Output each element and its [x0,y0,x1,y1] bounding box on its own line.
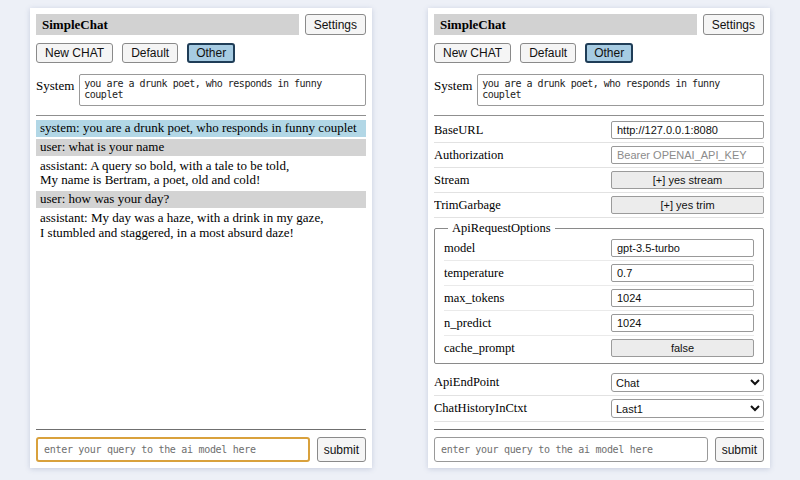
system-prompt-row: System you are a drunk poet, who respond… [434,74,764,106]
app-title: SimpleChat [36,14,299,35]
chat-message-assistant: assistant: My day was a haze, with a dri… [36,210,366,242]
setting-row-chathistoryinctxt: ChatHistoryInCtxt Last1 [434,396,764,422]
chat-message-user: user: how was your day? [36,191,366,208]
page: SimpleChat Settings New CHAT Default Oth… [0,0,800,480]
system-prompt-input[interactable]: you are a drunk poet, who responds in fu… [79,74,366,106]
setting-label: temperature [444,266,504,281]
divider [36,429,366,430]
setting-label: ApiEndPoint [434,375,499,390]
setting-label: BaseURL [434,123,483,138]
divider [434,115,764,116]
settings-list: BaseURL Authorization Stream [+] yes str… [434,118,764,425]
system-prompt-row: System you are a drunk poet, who respond… [36,74,366,106]
chat-log: system: you are a drunk poet, who respon… [36,120,366,425]
setting-row-n-predict: n_predict [444,311,754,336]
settings-button[interactable]: Settings [305,14,366,35]
query-row: submit [434,437,764,462]
session-tab-default[interactable]: Default [122,43,178,63]
authorization-input[interactable] [611,146,764,164]
setting-label: cache_prompt [444,341,515,356]
setting-row-completionfreshchatalways: CompletionFreshChatAlways [+] yes fresh [434,422,764,425]
setting-row-trimgarbage: TrimGarbage [+] yes trim [434,193,764,218]
stream-toggle-button[interactable]: [+] yes stream [611,171,764,189]
setting-row-apiendpoint: ApiEndPoint Chat [434,370,764,396]
session-tab-other[interactable]: Other [187,43,235,63]
chat-message-system: system: you are a drunk poet, who respon… [36,120,366,137]
setting-label: n_predict [444,316,491,331]
setting-label: max_tokens [444,291,504,306]
query-row: submit [36,437,366,462]
setting-row-baseurl: BaseURL [434,118,764,143]
setting-label: model [444,241,475,256]
trimgarbage-toggle-button[interactable]: [+] yes trim [611,196,764,214]
system-label: System [36,74,74,94]
chat-message-user: user: what is your name [36,139,366,156]
model-input[interactable] [611,239,754,257]
setting-row-authorization: Authorization [434,143,764,168]
submit-button[interactable]: submit [715,437,764,462]
divider [434,429,764,430]
session-tab-default[interactable]: Default [520,43,576,63]
chat-message-assistant: assistant: A query so bold, with a tale … [36,158,366,190]
setting-row-stream: Stream [+] yes stream [434,168,764,193]
max-tokens-input[interactable] [611,289,754,307]
api-request-options-fieldset: ApiRequestOptions model temperature max_… [434,221,764,364]
setting-row-temperature: temperature [444,261,754,286]
app-title: SimpleChat [434,14,697,35]
setting-row-cache-prompt: cache_prompt false [444,336,754,360]
setting-label: TrimGarbage [434,198,501,213]
api-endpoint-select[interactable]: Chat [611,373,764,392]
setting-row-max-tokens: max_tokens [444,286,754,311]
query-input[interactable] [36,437,310,462]
session-toolbar: New CHAT Default Other [36,43,366,63]
query-input[interactable] [434,437,708,462]
session-tab-other[interactable]: Other [585,43,633,63]
settings-button[interactable]: Settings [703,14,764,35]
header: SimpleChat Settings [434,14,764,35]
fieldset-legend: ApiRequestOptions [448,221,555,236]
chat-panel: SimpleChat Settings New CHAT Default Oth… [30,8,372,468]
setting-label: Stream [434,173,469,188]
system-prompt-input[interactable]: you are a drunk poet, who responds in fu… [477,74,764,106]
temperature-input[interactable] [611,264,754,282]
session-toolbar: New CHAT Default Other [434,43,764,63]
divider [36,115,366,116]
submit-button[interactable]: submit [317,437,366,462]
new-chat-button[interactable]: New CHAT [36,43,113,63]
cache-prompt-toggle-button[interactable]: false [611,339,754,357]
system-label: System [434,74,472,94]
settings-panel: SimpleChat Settings New CHAT Default Oth… [428,8,770,468]
n-predict-input[interactable] [611,314,754,332]
setting-row-model: model [444,236,754,261]
baseurl-input[interactable] [611,121,764,139]
chat-history-in-ctxt-select[interactable]: Last1 [611,399,764,418]
header: SimpleChat Settings [36,14,366,35]
new-chat-button[interactable]: New CHAT [434,43,511,63]
setting-label: ChatHistoryInCtxt [434,401,527,416]
setting-label: Authorization [434,148,503,163]
